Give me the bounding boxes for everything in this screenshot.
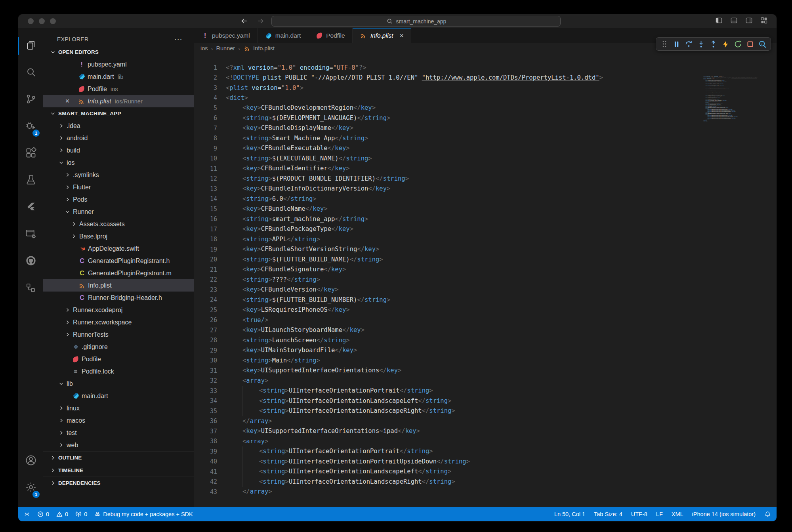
command-center[interactable]: smart_machine_app: [271, 16, 561, 27]
open-editor-podfile[interactable]: Podfileios: [43, 83, 194, 95]
tree-item-idea[interactable]: .idea: [43, 120, 194, 132]
history-back-button[interactable]: [240, 14, 248, 28]
activity-testing[interactable]: [18, 167, 43, 194]
line-number: 42: [194, 478, 217, 485]
tree-item-runner-xcodeproj[interactable]: Runner.xcodeproj: [43, 304, 194, 316]
activity-flutter[interactable]: [18, 194, 43, 221]
tab-podfile[interactable]: Podfile: [308, 28, 352, 43]
flutter-devtools-button[interactable]: [756, 38, 769, 50]
restart-button[interactable]: [732, 38, 744, 50]
activity-accounts[interactable]: [18, 448, 43, 475]
tree-item-pods[interactable]: Pods: [43, 193, 194, 206]
activity-explorer[interactable]: [18, 32, 43, 59]
activity-extensions[interactable]: [18, 140, 43, 167]
tab-info-plist[interactable]: Info.plist×: [353, 28, 411, 43]
layout-panel-icon[interactable]: [730, 17, 738, 26]
activity-settings[interactable]: 1: [18, 475, 43, 501]
tree-item-appdelegate-swift[interactable]: AppDelegate.swift: [43, 242, 194, 255]
minimap[interactable]: <?xml version="1.0" encoding="UTF-8"?><!…: [703, 76, 763, 132]
tree-item-gitignore[interactable]: .gitignore: [43, 341, 194, 353]
step-over-button[interactable]: [683, 38, 695, 50]
tree-item-generatedpluginregistrant-h[interactable]: CGeneratedPluginRegistrant.h: [43, 255, 194, 267]
layout-sidebar-left-icon[interactable]: [715, 17, 723, 26]
status-cursor-position[interactable]: Ln 50, Col 1: [554, 511, 585, 517]
tab-main-dart[interactable]: main.dart: [258, 28, 309, 43]
tree-item-runnertests[interactable]: RunnerTests: [43, 328, 194, 341]
close-icon[interactable]: ×: [399, 32, 404, 40]
tree-item-generatedpluginregistrant-m[interactable]: CGeneratedPluginRegistrant.m: [43, 267, 194, 279]
section-timeline[interactable]: TIMELINE: [43, 464, 194, 477]
tree-item-test[interactable]: test: [43, 427, 194, 439]
tree-item-android[interactable]: android: [43, 132, 194, 144]
status-eol[interactable]: LF: [656, 511, 663, 517]
pause-button[interactable]: [670, 38, 683, 50]
line-number: 19: [194, 246, 217, 253]
open-editor-label: pubspec.yaml: [88, 61, 127, 68]
tree-item-symlinks[interactable]: .symlinks: [43, 169, 194, 181]
section-outline[interactable]: OUTLINE: [43, 451, 194, 464]
zoom-window-button[interactable]: [50, 18, 56, 24]
stop-button[interactable]: [744, 38, 756, 50]
close-window-button[interactable]: [28, 18, 34, 24]
status-flutter-device[interactable]: iPhone 14 (ios simulator): [692, 511, 756, 517]
tree-item-lib[interactable]: lib: [43, 378, 194, 390]
workbench: 1 1 EXPLORER ⋯ OPEN EDITORS !pubspec.yam…: [18, 28, 777, 507]
status-remote-indicator[interactable]: [24, 511, 30, 517]
status-ports[interactable]: 0: [75, 511, 87, 517]
code-line: 40<string>UIInterfaceOrientationPortrait…: [194, 457, 777, 467]
activity-source-control[interactable]: [18, 86, 43, 113]
tree-item-info-plist[interactable]: Info.plist: [43, 279, 194, 292]
open-editors-header[interactable]: OPEN EDITORS: [43, 46, 194, 58]
minimize-window-button[interactable]: [39, 18, 45, 24]
status-notifications[interactable]: [764, 511, 771, 518]
step-into-button[interactable]: [695, 38, 707, 50]
breadcrumb-item[interactable]: ios: [200, 45, 208, 51]
status-encoding[interactable]: UTF-8: [631, 511, 647, 517]
breadcrumb-item[interactable]: Runner: [216, 45, 235, 51]
tree-item-web[interactable]: web: [43, 439, 194, 451]
tree-item-runner[interactable]: Runner: [43, 206, 194, 218]
status-warnings[interactable]: 0: [56, 511, 68, 517]
line-number: 2: [194, 74, 217, 81]
tree-item-flutter[interactable]: Flutter: [43, 181, 194, 193]
activity-github[interactable]: [18, 248, 43, 275]
project-root-header[interactable]: SMART_MACHINE_APP: [43, 107, 194, 120]
tab-pubspec-yaml[interactable]: !pubspec.yaml: [194, 28, 258, 43]
tree-item-main-dart[interactable]: main.dart: [43, 390, 194, 402]
code-editor[interactable]: 1<?xml version="1.0" encoding="UTF-8"?>2…: [194, 54, 777, 507]
activity-run-debug[interactable]: 1: [18, 113, 43, 140]
activity-bar: 1 1: [18, 28, 43, 507]
tree-item-podfile[interactable]: Podfile: [43, 353, 194, 365]
status-errors[interactable]: 0: [37, 511, 49, 517]
tree-item-podfile-lock[interactable]: ≡Podfile.lock: [43, 365, 194, 378]
tree-item-ios[interactable]: ios: [43, 156, 194, 169]
section-dependencies[interactable]: DEPENDENCIES: [43, 477, 194, 489]
open-editor-pubspec-yaml[interactable]: !pubspec.yaml: [43, 58, 194, 71]
history-forward-button[interactable]: [257, 14, 265, 28]
tree-item-macos[interactable]: macos: [43, 414, 194, 427]
tree-item-base-lproj[interactable]: Base.lproj: [43, 230, 194, 242]
breadcrumb-file[interactable]: Info.plist: [243, 45, 275, 51]
layout-custom-icon[interactable]: [760, 17, 768, 26]
open-editor-main-dart[interactable]: main.dartlib: [43, 71, 194, 83]
tree-item-assets-xcassets[interactable]: Assets.xcassets: [43, 218, 194, 230]
drag-grip-button[interactable]: [658, 38, 670, 50]
hot-reload-button[interactable]: [719, 38, 732, 50]
activity-search[interactable]: [18, 59, 43, 86]
activity-project-manager[interactable]: [18, 275, 43, 302]
tree-item-runner-xcworkspace[interactable]: Runner.xcworkspace: [43, 316, 194, 328]
status-language-mode[interactable]: XML: [672, 511, 683, 517]
tree-item-linux[interactable]: linux: [43, 402, 194, 414]
open-editor-info-plist[interactable]: ×Info.plistios/Runner: [43, 95, 194, 107]
activity-devtools[interactable]: [18, 221, 43, 248]
tree-item-build[interactable]: build: [43, 144, 194, 156]
status-debug-config[interactable]: Debug my code + packages + SDK: [94, 511, 193, 517]
close-icon[interactable]: ×: [63, 97, 72, 105]
status-indentation[interactable]: Tab Size: 4: [594, 511, 622, 517]
layout-sidebar-right-icon[interactable]: [745, 17, 753, 26]
step-out-button[interactable]: [707, 38, 719, 50]
tree-item-label: build: [67, 147, 80, 154]
line-number: 29: [194, 347, 217, 354]
more-actions-icon[interactable]: ⋯: [174, 37, 183, 41]
tree-item-runner-bridging-header-h[interactable]: CRunner-Bridging-Header.h: [43, 292, 194, 304]
